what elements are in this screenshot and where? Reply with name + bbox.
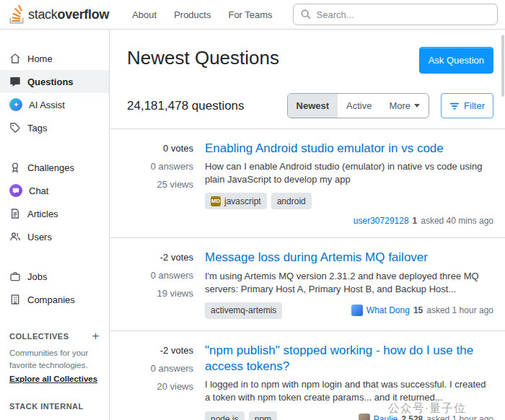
user-reputation: 2,528 (401, 414, 423, 420)
question-excerpt: I'm using Artemis MQ version 2.31.2 and … (205, 270, 493, 296)
home-icon (9, 53, 21, 64)
sidebar-item-label: Chat (29, 185, 48, 196)
search-box[interactable] (293, 4, 498, 25)
question-title-link[interactable]: Message loss during Artemis MQ failover (205, 250, 493, 266)
stackoverflow-logo[interactable]: stackoverflow (6, 4, 112, 25)
view-count: 25 views (157, 179, 193, 190)
top-bar: stackoverflow About Products For Teams (0, 0, 505, 30)
filter-icon (449, 101, 460, 111)
question-stats: -2 votes 0 answers 19 views (110, 250, 193, 318)
ask-question-button[interactable]: Ask Question (419, 47, 493, 74)
briefcase-icon (9, 271, 21, 282)
answer-count: 0 answers (151, 270, 193, 281)
stackoverflow-logo-icon (9, 5, 25, 24)
sort-tab-group: Newest Active More (287, 93, 430, 118)
sidebar-item-label: Home (27, 53, 53, 64)
building-icon (9, 294, 21, 305)
sidebar-item-tags[interactable]: Tags (0, 116, 109, 139)
search-icon (300, 9, 312, 20)
stack-internal-header-row: STACK INTERNAL (0, 402, 109, 411)
questions-icon (9, 76, 21, 87)
sidebar-item-label: Articles (27, 209, 58, 219)
logo-wordmark: stackoverflow (28, 7, 109, 22)
tab-more[interactable]: More (380, 94, 429, 118)
question-meta: What Dong 15 asked 1 hour ago (351, 305, 493, 316)
collective-badge-icon: MD (211, 196, 221, 206)
sidebar-item-label: AI Assist (29, 100, 65, 110)
nav-for-teams[interactable]: For Teams (219, 4, 281, 25)
user-link[interactable]: Paulie (374, 414, 398, 420)
answer-count: 0 answers (151, 363, 193, 374)
sidebar-item-home[interactable]: Home (0, 47, 109, 70)
question-title-link[interactable]: "npm publish" stopped working - how do I… (205, 343, 493, 375)
question-excerpt: I logged in to npm with npm login and th… (205, 378, 493, 404)
question-row: -2 votes 0 answers 19 views Message loss… (110, 238, 505, 331)
scrollbar-thumb[interactable] (501, 35, 504, 97)
sidebar-item-label: Tags (27, 123, 47, 134)
sidebar-item-label: Users (27, 232, 52, 242)
question-excerpt: How can I enable Android studio (emulato… (205, 160, 493, 186)
tag-list: MD javascript android (205, 193, 493, 209)
user-reputation: 1 (413, 216, 418, 226)
sidebar-item-jobs[interactable]: Jobs (0, 265, 109, 288)
page-title: Newest Questions (127, 47, 279, 69)
tag-list: node.js npm (205, 411, 277, 420)
tab-newest[interactable]: Newest (288, 94, 338, 118)
view-count: 19 views (157, 288, 193, 299)
question-title-link[interactable]: Enabling Android studio emulator in vs c… (205, 141, 493, 157)
search-input[interactable] (317, 9, 491, 20)
tag-android[interactable]: android (271, 193, 312, 209)
articles-icon (9, 208, 21, 219)
nav-products[interactable]: Products (165, 4, 219, 25)
stack-internal-header: STACK INTERNAL (9, 402, 84, 411)
question-stats: -2 votes 0 answers 20 views (110, 343, 193, 420)
left-sidebar: Home Questions AI Assist Tags (0, 30, 110, 420)
question-row: 0 votes 0 answers 25 views Enabling Andr… (110, 129, 505, 238)
filter-button[interactable]: Filter (441, 93, 493, 118)
user-link[interactable]: What Dong (366, 305, 410, 315)
tag-javascript[interactable]: MD javascript (205, 193, 267, 209)
vote-count: 0 votes (163, 143, 193, 154)
sidebar-item-label: Jobs (27, 271, 47, 282)
collectives-header-row: COLLECTIVES + (0, 330, 109, 342)
explore-collectives-link[interactable]: Explore all Collectives (0, 371, 109, 383)
user-reputation: 15 (413, 305, 423, 315)
tab-active[interactable]: Active (338, 94, 380, 118)
tag-activemq-artemis[interactable]: activemq-artemis (205, 302, 282, 319)
user-link[interactable]: user30729128 (354, 216, 409, 226)
question-count: 24,181,478 questions (127, 99, 245, 113)
asked-time: asked 1 hour ago (426, 414, 493, 420)
add-collective-button[interactable]: + (92, 330, 100, 342)
sidebar-item-companies[interactable]: Companies (0, 288, 109, 311)
collectives-header: COLLECTIVES (9, 332, 69, 341)
asked-time: asked 40 mins ago (421, 216, 493, 226)
question-meta: Paulie 2,528 asked 1 hour ago (359, 414, 493, 420)
sidebar-item-chat[interactable]: Chat (0, 179, 109, 202)
vote-count: -2 votes (160, 252, 193, 263)
sidebar-item-questions[interactable]: Questions (0, 70, 109, 93)
collectives-description: Communities for your favorite technologi… (0, 342, 109, 371)
tag-list: activemq-artemis (205, 302, 282, 319)
sidebar-item-label: Challenges (27, 162, 74, 173)
nav-about[interactable]: About (123, 4, 165, 25)
tag-nodejs[interactable]: node.js (205, 411, 245, 420)
tag-npm[interactable]: npm (249, 411, 277, 420)
sidebar-item-articles[interactable]: Articles (0, 202, 109, 225)
question-stats: 0 votes 0 answers 25 views (110, 141, 193, 226)
vote-count: -2 votes (160, 345, 193, 356)
sidebar-item-challenges[interactable]: Challenges (0, 156, 109, 179)
avatar[interactable] (359, 414, 370, 420)
question-row: -2 votes 0 answers 20 views "npm publish… (110, 331, 505, 420)
view-count: 20 views (157, 381, 193, 392)
challenges-icon (9, 162, 21, 173)
answer-count: 0 answers (151, 161, 193, 172)
users-icon (9, 231, 21, 242)
sidebar-item-users[interactable]: Users (0, 225, 109, 248)
avatar[interactable] (351, 305, 363, 316)
main-content: Newest Questions Ask Question 24,181,478… (110, 30, 505, 420)
sidebar-item-ai-assist[interactable]: AI Assist (0, 93, 109, 116)
question-meta: user30729128 1 asked 40 mins ago (354, 216, 493, 226)
asked-time: asked 1 hour ago (426, 305, 493, 315)
sidebar-item-label: Companies (27, 294, 75, 305)
sidebar-item-label: Questions (27, 76, 74, 87)
